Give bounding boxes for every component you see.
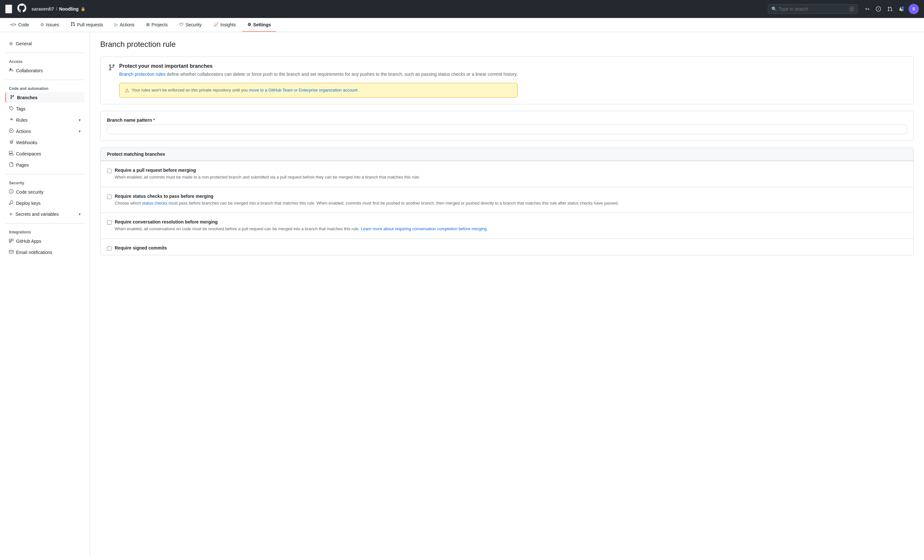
sidebar-item-webhooks[interactable]: Webhooks <box>5 137 84 148</box>
main-content: Branch protection rule Protect your most… <box>90 32 924 556</box>
info-card: Protect your most important branches Bra… <box>100 57 914 104</box>
tab-settings[interactable]: ⚙ Settings <box>242 18 276 32</box>
sidebar-item-pages[interactable]: Pages <box>5 160 84 170</box>
sidebar-item-label: Branches <box>17 95 38 100</box>
avatar[interactable]: S <box>909 4 919 14</box>
breadcrumb-user[interactable]: saraverdi7 <box>32 6 54 12</box>
lock-icon: 🔒 <box>81 7 86 11</box>
tab-security-label: Security <box>185 22 202 27</box>
webhooks-icon <box>9 140 14 145</box>
require-conversation-checkbox[interactable] <box>107 220 111 225</box>
require-conversation-label: Require conversation resolution before m… <box>115 219 488 225</box>
insights-icon: 📈 <box>213 22 219 27</box>
create-button[interactable]: + ▾ <box>863 4 871 14</box>
breadcrumb-separator: / <box>56 6 57 12</box>
sidebar-item-email-notifications[interactable]: Email notifications <box>5 247 84 258</box>
tab-pr-label: Pull requests <box>77 22 103 27</box>
hamburger-menu[interactable]: ☰ <box>5 4 12 13</box>
sidebar-section-security: Security <box>5 178 84 187</box>
tab-code[interactable]: </> Code <box>5 18 34 32</box>
sidebar-section-integrations: Integrations <box>5 228 84 236</box>
require-status-desc: Choose which status checks must pass bef… <box>115 200 619 207</box>
protect-section: Protect matching branches Require a pull… <box>100 147 914 255</box>
info-card-desc: Branch protection rules define whether c… <box>119 71 518 78</box>
require-conversation-desc: When enabled, all conversations on code … <box>115 226 488 232</box>
branches-icon <box>10 95 15 100</box>
code-security-icon <box>9 189 14 195</box>
require-pr-label: Require a pull request before merging <box>115 168 420 173</box>
branches-info-icon <box>108 64 116 73</box>
sidebar: ⚙ General Access Collaborators Code and … <box>0 32 90 556</box>
sidebar-item-actions[interactable]: Actions ▾ <box>5 126 84 136</box>
search-box[interactable]: 🔍 / <box>768 4 858 14</box>
require-status-checkbox[interactable] <box>107 195 111 199</box>
key-icon <box>9 201 14 206</box>
breadcrumb-repo: Noodling <box>59 6 79 12</box>
tab-security[interactable]: 🛡 Security <box>174 18 207 32</box>
require-pr-checkbox[interactable] <box>107 169 111 173</box>
tab-insights[interactable]: 📈 Insights <box>208 18 241 32</box>
sidebar-item-label: GitHub Apps <box>16 238 42 244</box>
chevron-down-icon-actions: ▾ <box>79 129 81 133</box>
topnav-icons: + ▾ S <box>863 4 919 14</box>
sidebar-item-collaborators[interactable]: Collaborators <box>5 65 84 76</box>
require-signed-label: Require signed commits <box>115 245 167 250</box>
sidebar-item-label: Actions <box>16 129 31 134</box>
tags-icon <box>9 106 14 111</box>
tab-insights-label: Insights <box>220 22 236 27</box>
sidebar-item-deploy-keys[interactable]: Deploy keys <box>5 198 84 208</box>
settings-icon: ⚙ <box>248 22 251 27</box>
rule-require-conversation: Require conversation resolution before m… <box>100 213 914 238</box>
sidebar-item-label: Codespaces <box>16 151 41 156</box>
notifications-button[interactable] <box>897 4 906 13</box>
require-signed-checkbox[interactable] <box>107 246 111 251</box>
sidebar-item-rules[interactable]: Rules ▾ <box>5 115 84 125</box>
warning-text-before: Your rules won't be enforced on this pri… <box>132 88 249 93</box>
sidebar-item-github-apps[interactable]: GitHub Apps <box>5 236 84 246</box>
rule-require-pr: Require a pull request before merging Wh… <box>100 161 914 187</box>
branch-name-pattern-input[interactable] <box>107 124 907 134</box>
sidebar-item-general[interactable]: ⚙ General <box>5 39 84 49</box>
sidebar-item-branches[interactable]: Branches <box>5 92 84 103</box>
status-checks-link[interactable]: status checks <box>142 201 167 205</box>
sidebar-item-label: Webhooks <box>16 140 37 145</box>
issues-button[interactable] <box>874 4 883 13</box>
github-apps-icon <box>9 238 14 244</box>
tab-actions[interactable]: ▷ Actions <box>110 18 140 32</box>
sidebar-item-tags[interactable]: Tags <box>5 103 84 114</box>
dropdown-icon: ▾ <box>868 7 869 11</box>
projects-icon: ⊞ <box>146 22 150 27</box>
security-icon: 🛡 <box>179 22 183 27</box>
tab-issues[interactable]: ⊙ Issues <box>35 18 64 32</box>
search-input[interactable] <box>779 6 848 12</box>
sidebar-item-label: Deploy keys <box>16 201 40 206</box>
actions-icon: ▷ <box>115 22 118 27</box>
require-pr-desc: When enabled, all commits must be made t… <box>115 174 420 180</box>
tab-pull-requests[interactable]: Pull requests <box>66 18 108 32</box>
warning-text-suffix: . <box>358 88 360 93</box>
search-kbd: / <box>849 6 854 12</box>
conversation-link[interactable]: Learn more about requiring conversation … <box>361 226 487 231</box>
sidebar-divider-4 <box>5 223 84 223</box>
actions-sidebar-icon <box>9 129 14 134</box>
sidebar-item-label: Pages <box>16 162 29 168</box>
tab-projects[interactable]: ⊞ Projects <box>141 18 173 32</box>
chevron-down-icon-secrets: ▾ <box>79 212 81 216</box>
branch-protection-link[interactable]: Branch protection rules <box>119 72 165 77</box>
sidebar-item-label: Tags <box>16 106 26 111</box>
sidebar-item-label: Secrets and variables <box>15 212 59 217</box>
pull-requests-button[interactable] <box>885 4 894 13</box>
tab-issues-label: Issues <box>46 22 59 27</box>
github-logo <box>17 3 26 15</box>
sidebar-item-label: Email notifications <box>16 250 52 255</box>
team-enterprise-link[interactable]: move to a GitHub Team or Enterprise orga… <box>249 88 358 93</box>
tab-settings-label: Settings <box>253 22 271 27</box>
tab-actions-label: Actions <box>120 22 135 27</box>
breadcrumb: saraverdi7 / Noodling 🔒 <box>32 6 86 12</box>
sidebar-item-secrets-variables[interactable]: ✳ Secrets and variables ▾ <box>5 209 84 219</box>
sidebar-item-label: Rules <box>16 118 28 123</box>
sidebar-item-codespaces[interactable]: Codespaces <box>5 148 84 159</box>
secrets-icon: ✳ <box>9 212 13 217</box>
sidebar-item-code-security[interactable]: Code security <box>5 187 84 197</box>
collaborators-icon <box>9 68 14 73</box>
